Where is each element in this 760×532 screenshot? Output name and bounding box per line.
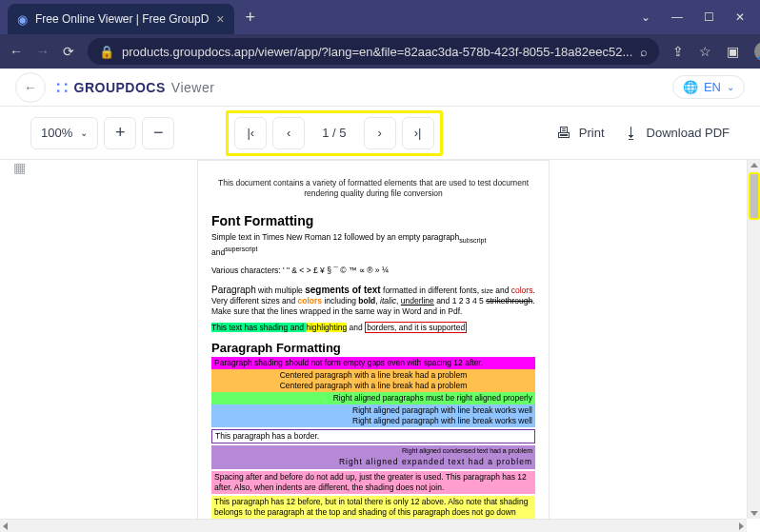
doc-simple-text: Simple text in Times New Roman 12 follow…	[211, 232, 535, 258]
chevron-down-icon[interactable]: ⌄	[641, 10, 650, 24]
doc-row-orange: Centered paragraph with a line break had…	[211, 369, 535, 392]
zoom-value: 100%	[41, 126, 72, 140]
doc-various-chars: Various characters: ' " & < > £ ¥ § ¯ © …	[211, 266, 535, 276]
download-button[interactable]: ⭳ Download PDF	[624, 125, 730, 142]
download-icon: ⭳	[624, 125, 639, 142]
doc-row-bordered: This paragraph has a border.	[211, 429, 535, 443]
brand-name: GROUPDOCS	[74, 80, 166, 95]
doc-row-pink: Spacing after and before do not add up, …	[211, 471, 535, 494]
doc-row-blue: Right aligned paragraph with line break …	[211, 404, 535, 427]
doc-topnote: This document contains a variety of form…	[211, 178, 535, 199]
page-indicator: 1 / 5	[310, 126, 357, 140]
address-bar[interactable]: 🔒 products.groupdocs.app/viewer/app/?lan…	[88, 38, 659, 65]
print-button[interactable]: 🖶 Print	[556, 125, 605, 142]
doc-row-green: Right aligned paragraphs must be right a…	[211, 392, 535, 404]
globe-icon: 🌐	[683, 80, 698, 94]
zoom-in-button[interactable]: +	[104, 117, 136, 149]
document-page: This document contains a variety of form…	[197, 160, 550, 519]
language-code: EN	[704, 80, 721, 94]
doc-highlight-line: This text has shading and highlighting a…	[211, 323, 535, 333]
print-label: Print	[579, 126, 605, 140]
url-text: products.groupdocs.app/viewer/app/?lang=…	[122, 45, 632, 59]
close-window-icon[interactable]: ✕	[735, 10, 745, 24]
chevron-down-icon: ⌄	[727, 82, 734, 92]
maximize-icon[interactable]: ☐	[704, 10, 714, 24]
logo-icon: ⸬	[57, 79, 69, 96]
zoom-out-button[interactable]: −	[142, 117, 174, 149]
last-page-button[interactable]: ›|	[402, 117, 434, 149]
browser-tab[interactable]: ◉ Free Online Viewer | Free GroupD ×	[8, 4, 234, 34]
eye-icon: ◉	[17, 12, 28, 27]
document-scroll-area[interactable]: This document contains a variety of form…	[0, 160, 747, 519]
zoom-select[interactable]: 100% ⌄	[30, 117, 98, 149]
back-icon[interactable]: ←	[10, 44, 23, 59]
pagination-group: |‹ ‹ 1 / 5 › ›|	[226, 110, 442, 156]
download-label: Download PDF	[647, 126, 730, 140]
doc-heading-2: Paragraph Formatting	[211, 341, 535, 357]
first-page-button[interactable]: |‹	[234, 117, 267, 149]
doc-row-yellow: This paragraph has 12 before, but in tot…	[211, 496, 535, 519]
doc-row-purple: Right aligned expanded text had a proble…	[211, 456, 535, 468]
extensions-icon[interactable]: ▣	[727, 44, 739, 59]
doc-segments: Paragraph with multiple segments of text…	[211, 284, 535, 317]
horizontal-scrollbar[interactable]	[0, 519, 747, 532]
next-page-button[interactable]: ›	[364, 117, 396, 149]
prev-page-button[interactable]: ‹	[272, 117, 305, 149]
lock-icon: 🔒	[99, 45, 114, 59]
new-tab-button[interactable]: +	[246, 8, 256, 28]
doc-row-magenta: Paragraph shading should not form empty …	[211, 357, 535, 369]
doc-heading-1: Font Formatting	[211, 212, 535, 229]
share-icon[interactable]: ⇪	[672, 44, 684, 59]
scrollbar-thumb[interactable]	[750, 173, 759, 219]
doc-row-purple-small: Right aligned condensed text had a probl…	[211, 445, 535, 456]
app-back-button[interactable]: ←	[15, 72, 46, 103]
product-name: Viewer	[171, 80, 215, 95]
reload-icon[interactable]: ⟳	[63, 44, 74, 59]
search-icon[interactable]: ⌕	[640, 45, 648, 59]
print-icon: 🖶	[556, 125, 571, 142]
chevron-down-icon: ⌄	[80, 128, 88, 138]
forward-icon: →	[36, 44, 50, 59]
minimize-icon[interactable]: ―	[671, 10, 683, 24]
language-selector[interactable]: 🌐 EN ⌄	[672, 75, 745, 99]
vertical-scrollbar[interactable]	[747, 160, 760, 519]
profile-icon[interactable]: 👤	[754, 42, 760, 61]
tab-title: Free Online Viewer | Free GroupD	[35, 12, 209, 26]
star-icon[interactable]: ☆	[699, 44, 711, 59]
close-icon[interactable]: ×	[216, 11, 224, 27]
brand-logo[interactable]: ⸬ GROUPDOCS Viewer	[57, 79, 214, 96]
